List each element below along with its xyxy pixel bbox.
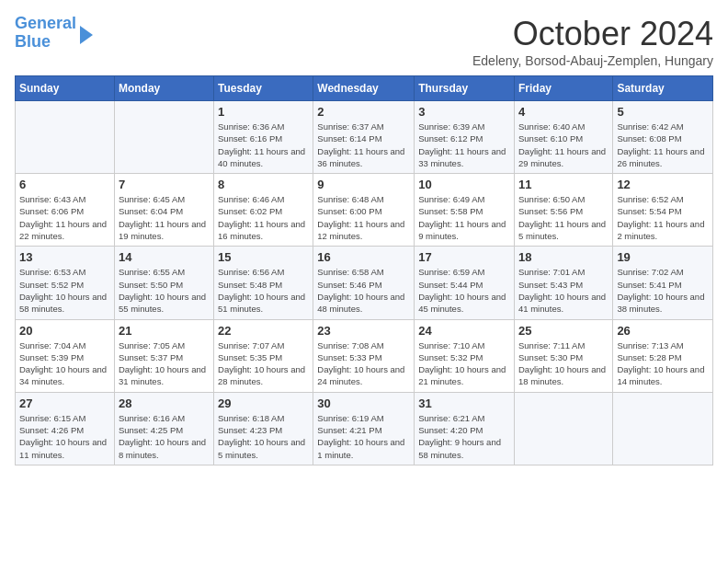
day-info: Sunrise: 6:45 AM Sunset: 6:04 PM Dayligh… <box>119 193 210 242</box>
calendar-cell: 7Sunrise: 6:45 AM Sunset: 6:04 PM Daylig… <box>114 174 213 247</box>
calendar-cell: 28Sunrise: 6:16 AM Sunset: 4:25 PM Dayli… <box>114 392 213 465</box>
day-info: Sunrise: 6:48 AM Sunset: 6:00 PM Dayligh… <box>317 193 410 242</box>
weekday-header-thursday: Thursday <box>415 76 515 101</box>
logo-text: GeneralBlue <box>15 15 76 52</box>
logo: GeneralBlue <box>15 15 93 52</box>
calendar-cell: 10Sunrise: 6:49 AM Sunset: 5:58 PM Dayli… <box>415 174 515 247</box>
calendar-cell: 16Sunrise: 6:58 AM Sunset: 5:46 PM Dayli… <box>313 247 415 319</box>
day-number: 7 <box>119 178 210 191</box>
calendar-cell: 30Sunrise: 6:19 AM Sunset: 4:21 PM Dayli… <box>313 392 415 465</box>
day-number: 28 <box>119 396 210 410</box>
calendar-cell: 14Sunrise: 6:55 AM Sunset: 5:50 PM Dayli… <box>114 247 213 319</box>
day-number: 2 <box>317 105 410 119</box>
calendar-cell: 21Sunrise: 7:05 AM Sunset: 5:37 PM Dayli… <box>114 319 213 392</box>
day-number: 26 <box>617 324 709 338</box>
month-title: October 2024 <box>472 15 713 53</box>
day-number: 20 <box>19 324 110 338</box>
location-subtitle: Edeleny, Borsod-Abauj-Zemplen, Hungary <box>472 53 713 68</box>
calendar-cell: 11Sunrise: 6:50 AM Sunset: 5:56 PM Dayli… <box>514 174 612 247</box>
weekday-header-saturday: Saturday <box>613 76 713 101</box>
calendar-cell: 19Sunrise: 7:02 AM Sunset: 5:41 PM Dayli… <box>613 247 713 319</box>
title-block: October 2024 Edeleny, Borsod-Abauj-Zempl… <box>472 15 713 68</box>
calendar-cell: 25Sunrise: 7:11 AM Sunset: 5:30 PM Dayli… <box>514 319 612 392</box>
day-info: Sunrise: 7:02 AM Sunset: 5:41 PM Dayligh… <box>617 266 709 315</box>
day-number: 1 <box>218 105 309 119</box>
day-info: Sunrise: 6:53 AM Sunset: 5:52 PM Dayligh… <box>19 266 110 315</box>
day-info: Sunrise: 6:58 AM Sunset: 5:46 PM Dayligh… <box>317 266 410 315</box>
day-number: 13 <box>19 250 110 264</box>
day-info: Sunrise: 6:15 AM Sunset: 4:26 PM Dayligh… <box>19 412 110 461</box>
day-info: Sunrise: 7:10 AM Sunset: 5:32 PM Dayligh… <box>418 339 510 388</box>
day-info: Sunrise: 7:05 AM Sunset: 5:37 PM Dayligh… <box>119 339 210 388</box>
page-header: GeneralBlue October 2024 Edeleny, Borsod… <box>15 15 713 68</box>
day-number: 6 <box>19 178 110 191</box>
day-info: Sunrise: 6:21 AM Sunset: 4:20 PM Dayligh… <box>418 412 510 461</box>
day-info: Sunrise: 7:11 AM Sunset: 5:30 PM Dayligh… <box>518 339 609 388</box>
logo-arrow-icon <box>80 26 93 44</box>
calendar-cell: 9Sunrise: 6:48 AM Sunset: 6:00 PM Daylig… <box>313 174 415 247</box>
day-number: 23 <box>317 324 410 338</box>
day-number: 9 <box>317 178 410 191</box>
day-number: 15 <box>218 250 309 264</box>
calendar-cell: 4Sunrise: 6:40 AM Sunset: 6:10 PM Daylig… <box>514 101 612 174</box>
weekday-header-sunday: Sunday <box>16 76 115 101</box>
weekday-header-row: SundayMondayTuesdayWednesdayThursdayFrid… <box>16 76 713 101</box>
calendar-cell: 29Sunrise: 6:18 AM Sunset: 4:23 PM Dayli… <box>214 392 313 465</box>
day-info: Sunrise: 6:19 AM Sunset: 4:21 PM Dayligh… <box>317 412 410 461</box>
calendar-cell: 24Sunrise: 7:10 AM Sunset: 5:32 PM Dayli… <box>415 319 515 392</box>
day-number: 27 <box>19 396 110 410</box>
day-info: Sunrise: 6:50 AM Sunset: 5:56 PM Dayligh… <box>518 193 609 242</box>
week-row-1: 1Sunrise: 6:36 AM Sunset: 6:16 PM Daylig… <box>16 101 713 174</box>
calendar-cell: 26Sunrise: 7:13 AM Sunset: 5:28 PM Dayli… <box>613 319 713 392</box>
day-info: Sunrise: 6:39 AM Sunset: 6:12 PM Dayligh… <box>418 121 510 169</box>
week-row-3: 13Sunrise: 6:53 AM Sunset: 5:52 PM Dayli… <box>16 247 713 319</box>
day-info: Sunrise: 6:59 AM Sunset: 5:44 PM Dayligh… <box>418 266 510 315</box>
calendar-cell: 13Sunrise: 6:53 AM Sunset: 5:52 PM Dayli… <box>16 247 115 319</box>
day-number: 29 <box>218 396 309 410</box>
calendar-cell: 2Sunrise: 6:37 AM Sunset: 6:14 PM Daylig… <box>313 101 415 174</box>
day-info: Sunrise: 6:42 AM Sunset: 6:08 PM Dayligh… <box>617 121 709 169</box>
day-info: Sunrise: 7:01 AM Sunset: 5:43 PM Dayligh… <box>518 266 609 315</box>
week-row-4: 20Sunrise: 7:04 AM Sunset: 5:39 PM Dayli… <box>16 319 713 392</box>
day-number: 10 <box>418 178 510 191</box>
day-number: 31 <box>418 396 510 410</box>
calendar-cell: 18Sunrise: 7:01 AM Sunset: 5:43 PM Dayli… <box>514 247 612 319</box>
day-number: 8 <box>218 178 309 191</box>
day-info: Sunrise: 7:08 AM Sunset: 5:33 PM Dayligh… <box>317 339 410 388</box>
day-info: Sunrise: 6:40 AM Sunset: 6:10 PM Dayligh… <box>518 121 609 169</box>
day-info: Sunrise: 6:18 AM Sunset: 4:23 PM Dayligh… <box>218 412 309 461</box>
calendar-cell: 3Sunrise: 6:39 AM Sunset: 6:12 PM Daylig… <box>415 101 515 174</box>
calendar-cell <box>114 101 213 174</box>
calendar-cell <box>514 392 612 465</box>
day-info: Sunrise: 6:37 AM Sunset: 6:14 PM Dayligh… <box>317 121 410 169</box>
day-number: 18 <box>518 250 609 264</box>
week-row-5: 27Sunrise: 6:15 AM Sunset: 4:26 PM Dayli… <box>16 392 713 465</box>
day-info: Sunrise: 7:04 AM Sunset: 5:39 PM Dayligh… <box>19 339 110 388</box>
calendar-cell: 6Sunrise: 6:43 AM Sunset: 6:06 PM Daylig… <box>16 174 115 247</box>
day-number: 22 <box>218 324 309 338</box>
calendar-cell: 27Sunrise: 6:15 AM Sunset: 4:26 PM Dayli… <box>16 392 115 465</box>
day-info: Sunrise: 7:07 AM Sunset: 5:35 PM Dayligh… <box>218 339 309 388</box>
day-info: Sunrise: 6:43 AM Sunset: 6:06 PM Dayligh… <box>19 193 110 242</box>
day-number: 5 <box>617 105 709 119</box>
day-number: 17 <box>418 250 510 264</box>
calendar-cell: 5Sunrise: 6:42 AM Sunset: 6:08 PM Daylig… <box>613 101 713 174</box>
calendar-cell: 20Sunrise: 7:04 AM Sunset: 5:39 PM Dayli… <box>16 319 115 392</box>
day-info: Sunrise: 6:46 AM Sunset: 6:02 PM Dayligh… <box>218 193 309 242</box>
day-info: Sunrise: 6:16 AM Sunset: 4:25 PM Dayligh… <box>119 412 210 461</box>
weekday-header-tuesday: Tuesday <box>214 76 313 101</box>
day-number: 16 <box>317 250 410 264</box>
day-info: Sunrise: 6:49 AM Sunset: 5:58 PM Dayligh… <box>418 193 510 242</box>
calendar-cell: 22Sunrise: 7:07 AM Sunset: 5:35 PM Dayli… <box>214 319 313 392</box>
calendar-cell: 1Sunrise: 6:36 AM Sunset: 6:16 PM Daylig… <box>214 101 313 174</box>
calendar-cell: 31Sunrise: 6:21 AM Sunset: 4:20 PM Dayli… <box>415 392 515 465</box>
day-number: 21 <box>119 324 210 338</box>
calendar-cell: 17Sunrise: 6:59 AM Sunset: 5:44 PM Dayli… <box>415 247 515 319</box>
calendar-cell <box>16 101 115 174</box>
day-number: 24 <box>418 324 510 338</box>
calendar-cell: 12Sunrise: 6:52 AM Sunset: 5:54 PM Dayli… <box>613 174 713 247</box>
day-info: Sunrise: 7:13 AM Sunset: 5:28 PM Dayligh… <box>617 339 709 388</box>
day-number: 25 <box>518 324 609 338</box>
day-info: Sunrise: 6:55 AM Sunset: 5:50 PM Dayligh… <box>119 266 210 315</box>
weekday-header-monday: Monday <box>114 76 213 101</box>
